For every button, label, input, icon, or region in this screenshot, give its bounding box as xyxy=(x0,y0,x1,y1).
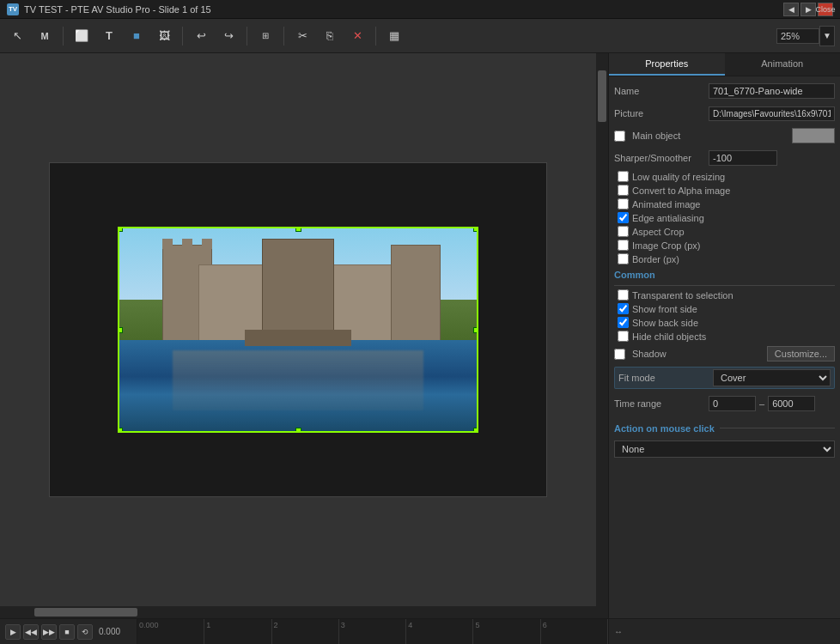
name-input[interactable] xyxy=(709,83,835,99)
ruler-mark-6: 6 xyxy=(541,619,608,644)
show-back-row: Show back side xyxy=(614,317,835,328)
undo-btn[interactable]: ↩ xyxy=(189,24,213,48)
window-fwd-btn[interactable]: ▶ xyxy=(800,3,816,16)
text-tool-btn[interactable]: T xyxy=(97,24,121,48)
zoom-input[interactable]: 25% xyxy=(776,28,819,44)
select-rect-btn[interactable]: ⬜ xyxy=(70,24,94,48)
main-object-checkbox[interactable] xyxy=(614,131,625,142)
edge-antialiasing-label: Edge antialiasing xyxy=(632,213,704,223)
handle-middle-left[interactable] xyxy=(118,327,123,333)
action-select[interactable]: None Go to next slide Go to previous sli… xyxy=(614,440,835,458)
cursor-tool-btn[interactable]: ↖ xyxy=(5,24,29,48)
edge-antialiasing-row: Edge antialiasing xyxy=(614,212,835,223)
ruler-mark-2: 2 xyxy=(272,619,339,644)
picture-label: Picture xyxy=(614,108,709,118)
redo-btn[interactable]: ↪ xyxy=(216,24,240,48)
shadow-row: Shadow Customize... xyxy=(614,344,835,363)
handle-top-center[interactable] xyxy=(295,227,301,232)
properties-panel: Properties Animation Name Picture Main o… xyxy=(608,53,840,618)
align-btn[interactable]: ▦ xyxy=(382,24,406,48)
time-start-input[interactable] xyxy=(709,396,756,411)
toolbar-separator-2 xyxy=(182,27,183,46)
show-front-row: Show front side xyxy=(614,303,835,314)
aspect-crop-label: Aspect Crop xyxy=(632,227,685,237)
title-bar: TV TV TEST - PTE AV Studio Pro - Slide 1… xyxy=(0,0,840,19)
action-divider xyxy=(720,428,835,428)
image-frame[interactable] xyxy=(118,227,478,433)
handle-bottom-center[interactable] xyxy=(295,428,301,433)
toolbar-separator-1 xyxy=(63,27,64,46)
fit-mode-select[interactable]: Cover Fit Stretch None xyxy=(713,369,831,386)
color-rect-btn[interactable]: ■ xyxy=(125,24,149,48)
name-label: Name xyxy=(614,86,709,96)
transparent-selection-checkbox[interactable] xyxy=(618,289,629,301)
main-object-row: Main object xyxy=(614,126,835,145)
sharper-smoother-row: Sharper/Smoother xyxy=(614,149,835,167)
sharper-smoother-input[interactable] xyxy=(709,150,777,166)
main-object-color[interactable] xyxy=(792,128,835,143)
handle-bottom-left[interactable] xyxy=(118,428,123,433)
handle-bottom-right[interactable] xyxy=(473,428,478,433)
show-back-checkbox[interactable] xyxy=(618,317,629,328)
edge-antialiasing-checkbox[interactable] xyxy=(618,212,629,223)
customize-shadow-btn[interactable]: Customize... xyxy=(767,346,835,361)
fit-mode-label: Fit mode xyxy=(618,373,713,383)
handle-middle-right[interactable] xyxy=(473,327,478,333)
canvas-background xyxy=(49,162,547,497)
low-quality-label: Low quality of resizing xyxy=(632,172,725,182)
tab-properties[interactable]: Properties xyxy=(609,53,725,76)
image-crop-label: Image Crop (px) xyxy=(632,240,700,251)
cut-btn[interactable]: ✂ xyxy=(290,24,314,48)
image-crop-checkbox[interactable] xyxy=(618,240,629,251)
stop-btn[interactable]: ■ xyxy=(59,624,75,640)
timeline-right-header: ↔ xyxy=(608,619,840,644)
toolbar-separator-4 xyxy=(283,27,284,46)
toolbar-separator-3 xyxy=(247,27,247,46)
time-dash: – xyxy=(759,398,764,409)
transparent-selection-row: Transparent to selection xyxy=(614,289,835,301)
show-front-checkbox[interactable] xyxy=(618,303,629,314)
delete-btn[interactable]: ✕ xyxy=(345,24,369,48)
transparent-selection-label: Transparent to selection xyxy=(632,290,733,301)
zoom-dropdown-btn[interactable]: ▼ xyxy=(819,26,835,46)
copy-btn[interactable]: ⎘ xyxy=(318,24,342,48)
loop-btn[interactable]: ⟲ xyxy=(77,624,93,640)
clone-btn[interactable]: ⊞ xyxy=(253,24,277,48)
shadow-label: Shadow xyxy=(632,349,667,359)
play-btn[interactable]: ▶ xyxy=(5,624,21,640)
time-end-input[interactable] xyxy=(768,396,815,411)
move-tool-btn[interactable]: M xyxy=(33,24,57,48)
handle-top-right[interactable] xyxy=(473,227,478,232)
properties-tabs: Properties Animation xyxy=(609,53,840,76)
image-tool-btn[interactable]: 🖼 xyxy=(152,24,176,48)
canvas-vertical-scrollbar[interactable] xyxy=(596,53,608,618)
hide-child-checkbox[interactable] xyxy=(618,331,629,342)
low-quality-row: Low quality of resizing xyxy=(614,171,835,182)
toolbar: ↖ M ⬜ T ■ 🖼 ↩ ↪ ⊞ ✂ ⎘ ✕ ▦ 25% ▼ xyxy=(0,19,840,53)
border-checkbox[interactable] xyxy=(618,253,629,264)
convert-alpha-checkbox[interactable] xyxy=(618,185,629,196)
window-back-btn[interactable]: ◀ xyxy=(783,3,799,16)
animated-image-checkbox[interactable] xyxy=(618,198,629,210)
sharper-smoother-label: Sharper/Smoother xyxy=(614,153,709,163)
canvas-content xyxy=(0,53,596,606)
title-controls: ◀ ▶ Close xyxy=(783,3,833,16)
picture-input[interactable] xyxy=(709,106,835,121)
timeline-ruler[interactable]: 0.000 1 2 3 4 5 6 xyxy=(137,619,608,644)
aspect-crop-checkbox[interactable] xyxy=(618,226,629,237)
prev-frame-btn[interactable]: ◀◀ xyxy=(23,624,39,640)
canvas-horizontal-scrollbar[interactable] xyxy=(0,606,596,618)
shadow-checkbox[interactable] xyxy=(614,349,625,360)
show-back-label: Show back side xyxy=(632,318,698,328)
canvas-area xyxy=(0,53,608,618)
timeline-expand-btn[interactable]: ↔ xyxy=(614,627,623,636)
handle-top-left[interactable] xyxy=(118,227,123,232)
low-quality-checkbox[interactable] xyxy=(618,171,629,182)
next-frame-btn[interactable]: ▶▶ xyxy=(41,624,57,640)
picture-row: Picture xyxy=(614,104,835,123)
common-section-label: Common xyxy=(614,270,835,280)
window-close-btn[interactable]: Close xyxy=(818,3,833,16)
hide-child-label: Hide child objects xyxy=(632,331,706,342)
tab-animation[interactable]: Animation xyxy=(725,53,841,76)
time-range-row: Time range – xyxy=(614,394,835,413)
